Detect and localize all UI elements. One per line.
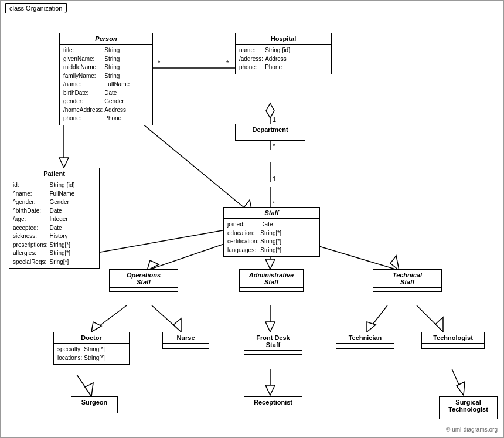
class-nurse: Nurse [162, 332, 209, 349]
class-operations-staff-name: OperationsStaff [110, 270, 178, 288]
svg-line-16 [147, 242, 229, 270]
class-technician-name: Technician [336, 332, 394, 344]
class-technical-staff-attrs [373, 288, 441, 291]
class-surgical-technologist: SurgicalTechnologist [439, 396, 498, 419]
class-person-name: Person [60, 33, 152, 45]
class-staff-name: Staff [224, 208, 319, 219]
svg-marker-13 [59, 158, 69, 168]
class-receptionist-attrs [244, 408, 302, 413]
class-surgical-technologist-name: SurgicalTechnologist [440, 397, 497, 415]
class-doctor-name: Doctor [54, 332, 129, 344]
svg-line-30 [417, 305, 443, 332]
class-nurse-name: Nurse [163, 332, 209, 344]
class-technical-staff-name: TechnicalStaff [373, 270, 441, 288]
class-technical-staff: TechnicalStaff [373, 269, 442, 292]
class-front-desk-staff: Front DeskStaff [244, 332, 302, 355]
class-surgeon-attrs [71, 408, 117, 413]
class-technician: Technician [336, 332, 394, 349]
class-nurse-attrs [163, 344, 209, 348]
svg-marker-35 [265, 385, 275, 395]
diagram-title: class Organization [5, 3, 67, 13]
svg-text:1: 1 [273, 175, 276, 182]
class-doctor: Doctor specialty:String[*] locations:Str… [53, 332, 130, 365]
svg-marker-29 [367, 322, 376, 332]
svg-text:1: 1 [273, 116, 276, 123]
copyright-text: © uml-diagrams.org [446, 426, 498, 433]
svg-marker-19 [265, 259, 275, 269]
svg-marker-31 [435, 317, 443, 332]
class-department: Department [235, 124, 305, 141]
class-administrative-staff: AdministrativeStaff [239, 269, 304, 292]
class-administrative-staff-attrs [240, 288, 303, 291]
svg-marker-25 [173, 318, 181, 332]
class-surgeon-name: Surgeon [71, 397, 117, 408]
svg-line-14 [130, 113, 253, 215]
svg-line-24 [152, 305, 181, 332]
class-person: Person title:String givenName:String mid… [59, 33, 153, 125]
class-technologist: Technologist [421, 332, 485, 349]
class-operations-staff: OperationsStaff [109, 269, 178, 292]
class-hospital: Hospital name:String {id} /address:Addre… [235, 33, 332, 74]
svg-text:*: * [158, 59, 161, 66]
class-receptionist-name: Receptionist [244, 397, 302, 408]
class-staff-attrs: joined:Date education:String[*] certific… [224, 219, 319, 256]
class-technologist-name: Technologist [422, 332, 484, 344]
class-patient-attrs: id:String {id} ^name:FullName ^gender:Ge… [9, 179, 99, 268]
svg-text:*: * [226, 59, 229, 66]
class-front-desk-staff-name: Front DeskStaff [244, 332, 302, 351]
svg-line-32 [77, 375, 91, 396]
class-technician-attrs [336, 344, 394, 348]
svg-marker-37 [457, 382, 465, 395]
class-person-attrs: title:String givenName:String middleName… [60, 45, 152, 125]
svg-text:*: * [273, 142, 275, 150]
svg-marker-21 [390, 256, 399, 270]
svg-marker-27 [265, 322, 275, 332]
class-surgical-technologist-attrs [440, 415, 497, 419]
class-hospital-attrs: name:String {id} /address:Address phone:… [236, 45, 331, 74]
class-department-attrs [236, 135, 305, 140]
svg-marker-4 [266, 103, 274, 118]
class-receptionist: Receptionist [244, 396, 302, 413]
svg-marker-23 [91, 322, 101, 332]
class-staff: Staff joined:Date education:String[*] ce… [223, 207, 320, 257]
class-surgeon: Surgeon [71, 396, 118, 413]
class-technologist-attrs [422, 344, 484, 348]
class-patient: Patient id:String {id} ^name:FullName ^g… [9, 168, 100, 269]
class-operations-staff-attrs [110, 288, 178, 291]
class-doctor-attrs: specialty:String[*] locations:String[*] [54, 344, 129, 364]
class-administrative-staff-name: AdministrativeStaff [240, 270, 303, 288]
svg-line-36 [452, 369, 464, 395]
class-hospital-name: Hospital [236, 33, 331, 45]
svg-line-28 [367, 305, 387, 332]
svg-marker-33 [85, 383, 93, 396]
svg-text:*: * [273, 200, 275, 207]
diagram-container: class Organization * * 1 * 1 * [0, 0, 504, 438]
svg-line-22 [91, 305, 127, 332]
class-patient-name: Patient [9, 168, 99, 179]
class-department-name: Department [236, 124, 305, 135]
class-front-desk-staff-attrs [244, 351, 302, 354]
